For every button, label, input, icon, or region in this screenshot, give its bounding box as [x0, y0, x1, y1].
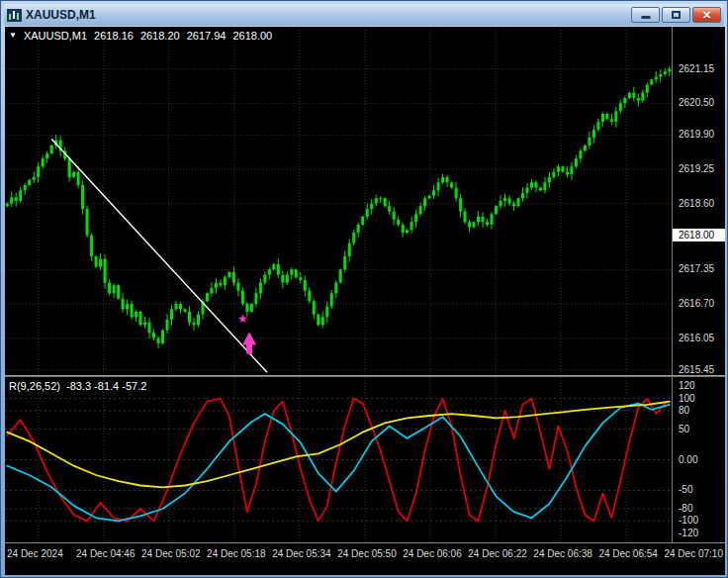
candle-body — [193, 323, 196, 326]
candle-body — [131, 304, 134, 317]
candle-body — [188, 312, 191, 323]
price-axis-label: 2616.05 — [679, 333, 714, 344]
candle-body — [148, 323, 151, 334]
trend-line[interactable] — [51, 140, 267, 373]
candle-body — [135, 312, 137, 317]
candle-body — [530, 182, 533, 187]
maximize-button[interactable] — [662, 7, 690, 23]
time-axis-label: 24 Dec 05:34 — [267, 548, 336, 559]
quote-info-line: ▼ XAUUSD,M1 2618.16 2618.20 2617.94 2618… — [9, 30, 272, 42]
chart-icon — [7, 9, 22, 22]
candle-body — [33, 177, 36, 180]
candle-body — [236, 283, 239, 291]
candle-body — [659, 74, 662, 77]
time-axis-label: 24 Dec 06:38 — [528, 548, 597, 559]
quote-low: 2617.94 — [187, 30, 227, 42]
window-title: XAUUSD,M1 — [26, 8, 96, 22]
candle-body — [503, 198, 506, 201]
indicator-canvas[interactable] — [5, 377, 672, 542]
candle-body — [614, 111, 617, 122]
candle-body — [637, 98, 640, 101]
candle-body — [299, 277, 302, 280]
close-button[interactable]: ✕ — [692, 7, 721, 23]
minimize-button[interactable] — [631, 7, 660, 23]
indicator-label: R(9,26,52) -83.3 -81.4 -57.2 — [9, 380, 146, 392]
oscillator-line-slow-yellow — [7, 402, 670, 488]
time-axis[interactable]: 24 Dec 202424 Dec 04:4624 Dec 05:0224 De… — [5, 543, 725, 575]
window-titlebar[interactable]: XAUUSD,M1 ✕ — [4, 4, 724, 26]
candle-body — [24, 185, 27, 190]
candle-body — [521, 193, 524, 198]
time-axis-label: 24 Dec 05:18 — [202, 548, 271, 559]
candle-body — [570, 166, 573, 174]
candle-body — [477, 217, 480, 222]
candle-body — [313, 301, 316, 314]
time-axis-label: 24 Dec 05:02 — [136, 548, 206, 559]
candle-body — [117, 285, 120, 298]
candle-body — [552, 172, 555, 177]
candle-body — [68, 158, 71, 177]
candle-body — [641, 93, 644, 101]
candle-body — [535, 182, 538, 187]
candle-body — [215, 283, 218, 288]
candle-body — [508, 198, 511, 203]
quote-symbol: XAUUSD,M1 — [24, 30, 87, 42]
candle-body — [575, 158, 578, 166]
candle-body — [414, 214, 417, 222]
candle-body — [482, 217, 485, 222]
candle-body — [352, 233, 355, 243]
candle-body — [46, 153, 48, 158]
chart-client-area: ★ ▼ XAUUSD,M1 2618.16 2618.20 2617.94 26… — [5, 27, 725, 575]
candle-body — [668, 69, 671, 72]
candle-body — [224, 277, 227, 285]
candle-body — [175, 304, 178, 309]
quote-close: 2618.00 — [232, 30, 272, 42]
candle-body — [330, 293, 333, 306]
candle-body — [459, 198, 462, 211]
arrow-up-marker[interactable] — [242, 332, 256, 353]
price-axis-label: 2617.35 — [679, 263, 714, 275]
candle-body — [605, 114, 608, 119]
candle-body — [517, 198, 520, 206]
candle-body — [548, 177, 551, 182]
star-marker[interactable]: ★ — [237, 312, 248, 326]
symbol-dropdown-icon[interactable]: ▼ — [9, 32, 17, 40]
candle-body — [308, 291, 311, 302]
candle-body — [254, 293, 257, 304]
main-chart-canvas[interactable]: ★ — [5, 27, 672, 375]
price-axis[interactable]: 2618.00 2621.152620.502619.902619.252618… — [672, 27, 725, 375]
candle-body — [210, 288, 213, 293]
candle-body — [610, 119, 613, 122]
candle-body — [90, 236, 93, 256]
candle-body — [361, 217, 364, 225]
candle-body — [650, 79, 653, 84]
candle-body — [317, 315, 319, 326]
candle-body — [646, 85, 649, 93]
minimize-icon — [641, 16, 650, 19]
time-axis-label: 24 Dec 06:06 — [398, 548, 467, 559]
candle-body — [108, 283, 111, 294]
candle-body — [263, 275, 266, 283]
candle-body — [655, 77, 658, 80]
candle-body — [228, 272, 230, 277]
candle-body — [543, 182, 546, 190]
price-axis-label: 2619.25 — [679, 163, 714, 175]
candle-body — [197, 315, 200, 326]
candle-body — [437, 182, 440, 190]
time-axis-label: 24 Dec 07:10 — [659, 548, 725, 559]
candle-body — [446, 177, 449, 182]
candle-body — [664, 71, 667, 74]
indicator-axis[interactable]: 12010080500.00-50-80-100-120 — [672, 377, 725, 542]
quote-open: 2618.16 — [94, 30, 134, 42]
quote-high: 2618.20 — [140, 30, 180, 42]
candle-body — [628, 93, 631, 98]
price-axis-label: 2619.90 — [679, 129, 714, 141]
candle-body — [473, 222, 476, 227]
indicator-axis-label: -100 — [679, 515, 698, 527]
current-price-tag: 2618.00 — [673, 229, 725, 241]
candle-body — [375, 198, 378, 203]
candle-body — [113, 285, 116, 293]
candle-body — [464, 212, 467, 223]
candle-body — [406, 230, 409, 233]
candle-body — [170, 309, 173, 320]
